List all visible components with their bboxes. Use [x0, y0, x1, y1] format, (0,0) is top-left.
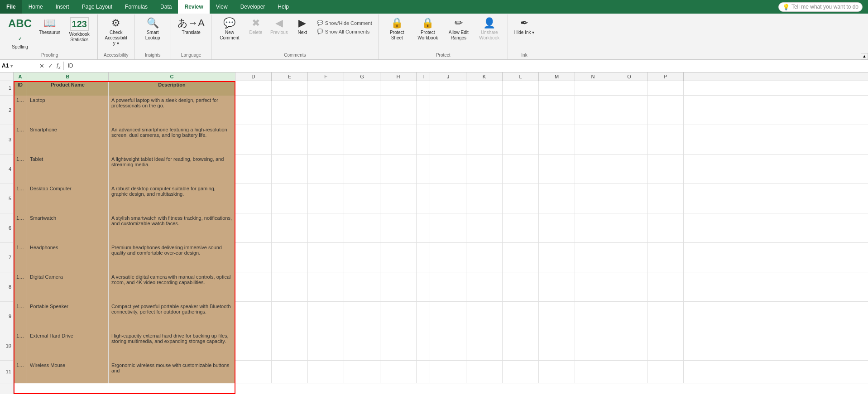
tab-view[interactable]: View [210, 0, 234, 14]
cell-2-K[interactable] [466, 96, 503, 125]
cell-5-C[interactable]: A robust desktop computer suitable for g… [109, 184, 235, 213]
col-header-L[interactable]: L [503, 72, 539, 81]
cell-6-P[interactable] [647, 213, 684, 243]
cell-3-F[interactable] [308, 125, 344, 155]
cell-3-K[interactable] [466, 125, 503, 155]
cell-7-M[interactable] [539, 243, 575, 272]
cell-6-O[interactable] [611, 213, 647, 243]
cell-5-H[interactable] [380, 184, 417, 213]
cell-11-I[interactable] [417, 361, 430, 383]
cell-5-J[interactable] [430, 184, 466, 213]
cell-6-E[interactable] [272, 213, 308, 243]
cell-9-K[interactable] [466, 302, 503, 331]
cell-8-C[interactable]: A versatile digital camera with manual c… [109, 272, 235, 302]
unshare-workbook-button[interactable]: 👤 Unshare Workbook [475, 15, 504, 43]
cell-11-A[interactable]: 110 [14, 361, 27, 383]
cell-9-G[interactable] [344, 302, 380, 331]
cell-9-H[interactable] [380, 302, 417, 331]
cell-7-D[interactable] [235, 243, 272, 272]
cell-6-C[interactable]: A stylish smartwatch with fitness tracki… [109, 213, 235, 243]
cell-4-P[interactable] [647, 155, 684, 184]
cell-3-A[interactable]: 102 [14, 125, 27, 155]
cell-8-B[interactable]: Digital Camera [27, 272, 109, 302]
hide-ink-button[interactable]: ✒ Hide Ink ▾ [512, 15, 537, 37]
cell-9-C[interactable]: Compact yet powerful portable speaker wi… [109, 302, 235, 331]
cell-1-O[interactable] [611, 81, 647, 96]
cell-8-J[interactable] [430, 272, 466, 302]
cell-11-K[interactable] [466, 361, 503, 383]
cell-2-C[interactable]: A powerful laptop with a sleek design, p… [109, 96, 235, 125]
protect-workbook-button[interactable]: 🔒 Protect Workbook [413, 15, 442, 43]
tab-formulas[interactable]: Formulas [119, 0, 154, 14]
cell-4-C[interactable]: A lightweight tablet ideal for reading, … [109, 155, 235, 184]
cell-7-N[interactable] [575, 243, 611, 272]
cell-11-F[interactable] [308, 361, 344, 383]
spelling-button[interactable]: ABC✓ Spelling [5, 15, 34, 52]
cell-9-I[interactable] [417, 302, 430, 331]
header-product-name[interactable]: Product Name [27, 81, 109, 96]
cell-8-F[interactable] [308, 272, 344, 302]
col-header-H[interactable]: H [380, 72, 417, 81]
cell-11-B[interactable]: Wireless Mouse [27, 361, 109, 383]
cell-9-F[interactable] [308, 302, 344, 331]
protect-sheet-button[interactable]: 🔒 Protect Sheet [383, 15, 412, 43]
cell-10-I[interactable] [417, 331, 430, 361]
cell-6-H[interactable] [380, 213, 417, 243]
cell-4-D[interactable] [235, 155, 272, 184]
cell-1-M[interactable] [539, 81, 575, 96]
cell-6-A[interactable]: 105 [14, 213, 27, 243]
cell-5-G[interactable] [344, 184, 380, 213]
cell-4-J[interactable] [430, 155, 466, 184]
cell-9-E[interactable] [272, 302, 308, 331]
cell-3-H[interactable] [380, 125, 417, 155]
cell-8-N[interactable] [575, 272, 611, 302]
cell-2-B[interactable]: Laptop [27, 96, 109, 125]
cell-4-B[interactable]: Tablet [27, 155, 109, 184]
cell-7-A[interactable]: 106 [14, 243, 27, 272]
cell-8-I[interactable] [417, 272, 430, 302]
cell-3-D[interactable] [235, 125, 272, 155]
cell-2-D[interactable] [235, 96, 272, 125]
tab-review[interactable]: Review [178, 0, 209, 14]
cell-10-M[interactable] [539, 331, 575, 361]
cell-6-F[interactable] [308, 213, 344, 243]
cell-10-E[interactable] [272, 331, 308, 361]
cell-7-P[interactable] [647, 243, 684, 272]
cell-4-A[interactable]: 103 [14, 155, 27, 184]
cell-11-J[interactable] [430, 361, 466, 383]
tell-me-box[interactable]: 💡 Tell me what you want to do [778, 2, 863, 12]
cell-7-J[interactable] [430, 243, 466, 272]
cell-7-G[interactable] [344, 243, 380, 272]
tab-developer[interactable]: Developer [234, 0, 272, 14]
cell-3-O[interactable] [611, 125, 647, 155]
cell-4-E[interactable] [272, 155, 308, 184]
cell-10-F[interactable] [308, 331, 344, 361]
cell-4-I[interactable] [417, 155, 430, 184]
cell-1-P[interactable] [647, 81, 684, 96]
cell-9-N[interactable] [575, 302, 611, 331]
cell-3-J[interactable] [430, 125, 466, 155]
translate-button[interactable]: あ→A Translate [175, 15, 207, 37]
allow-edit-ranges-button[interactable]: ✏ Allow Edit Ranges [444, 15, 473, 43]
cell-9-D[interactable] [235, 302, 272, 331]
cell-7-O[interactable] [611, 243, 647, 272]
smart-lookup-button[interactable]: 🔍 Smart Lookup [138, 15, 167, 43]
show-hide-comment-button[interactable]: 💬 Show/Hide Comment [314, 19, 375, 27]
cell-5-L[interactable] [503, 184, 539, 213]
cell-11-M[interactable] [539, 361, 575, 383]
cell-10-J[interactable] [430, 331, 466, 361]
cell-1-N[interactable] [575, 81, 611, 96]
cell-10-A[interactable]: 109 [14, 331, 27, 361]
cell-6-M[interactable] [539, 213, 575, 243]
cell-9-L[interactable] [503, 302, 539, 331]
col-header-G[interactable]: G [344, 72, 380, 81]
cell-4-K[interactable] [466, 155, 503, 184]
col-header-E[interactable]: E [272, 72, 308, 81]
cell-3-N[interactable] [575, 125, 611, 155]
cell-7-C[interactable]: Premium headphones delivering immersive … [109, 243, 235, 272]
cell-3-B[interactable]: Smartphone [27, 125, 109, 155]
cell-1-H[interactable] [380, 81, 417, 96]
cell-7-H[interactable] [380, 243, 417, 272]
cell-10-L[interactable] [503, 331, 539, 361]
cell-2-G[interactable] [344, 96, 380, 125]
